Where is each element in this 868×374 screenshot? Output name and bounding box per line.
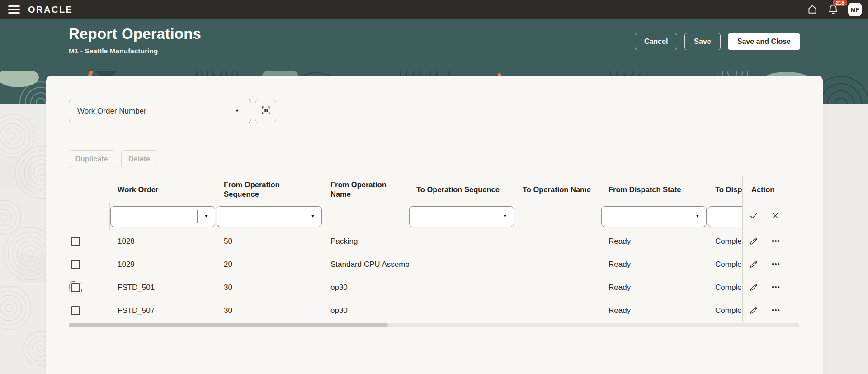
notification-count-badge: 218 <box>833 0 847 6</box>
scrollbar-thumb[interactable] <box>69 323 388 327</box>
pencil-icon <box>749 259 759 270</box>
edit-row-button[interactable] <box>749 305 759 317</box>
row-checkbox[interactable] <box>71 283 80 292</box>
cell-from-dispatch: Ready <box>601 230 708 253</box>
cell-to-op-seq <box>409 230 515 253</box>
cell-to-op-name <box>515 230 601 253</box>
table-row: FSTD_501 30 op30 Ready Comple <box>69 276 799 299</box>
cell-work-order: 1028 <box>110 230 216 253</box>
check-icon <box>749 211 759 222</box>
pencil-icon <box>749 305 759 317</box>
content-card: Work Order Number ▼ Duplicate Delete Wor… <box>46 76 823 374</box>
confirm-row-button[interactable] <box>749 211 759 222</box>
cell-to-op-name <box>515 276 601 299</box>
cell-from-dispatch: Ready <box>601 253 708 276</box>
home-icon <box>807 3 818 16</box>
cell-from-op-seq: 50 <box>216 230 323 253</box>
table-row: FSTD_507 30 op30 Ready Comple <box>69 299 799 322</box>
edit-row-button[interactable] <box>749 259 759 270</box>
cell-to-dispatch: Comple <box>708 299 742 322</box>
cell-work-order: 1029 <box>110 253 216 276</box>
chevron-down-icon: ▼ <box>235 109 239 113</box>
header-work-order: Work Order <box>110 176 216 203</box>
cell-to-op-name <box>515 253 601 276</box>
notifications-button[interactable]: 218 <box>827 3 839 16</box>
cell-to-dispatch: Comple <box>708 276 742 299</box>
cell-to-dispatch: Comple <box>708 230 742 253</box>
cell-from-op-seq: 20 <box>216 253 323 276</box>
from-dispatch-filter-dropdown[interactable]: ▼ <box>601 206 707 227</box>
ellipsis-icon <box>770 236 781 247</box>
to-dispatch-filter-dropdown[interactable] <box>708 206 742 227</box>
header-to-op-name: To Operation Name <box>515 176 601 203</box>
pencil-icon <box>749 282 759 294</box>
top-app-bar: ORACLE 218 MF <box>0 0 868 19</box>
header-action: Action <box>742 176 799 203</box>
close-icon <box>770 211 780 222</box>
to-op-seq-filter-dropdown[interactable]: ▼ <box>409 206 514 227</box>
page-subtitle: M1 - Seattle Manufacturing <box>69 47 158 55</box>
chevron-down-icon: ▼ <box>311 214 315 218</box>
from-op-seq-filter-dropdown[interactable]: ▼ <box>217 206 322 227</box>
delete-button[interactable]: Delete <box>121 150 157 168</box>
edit-row-button[interactable] <box>749 236 759 247</box>
save-and-close-button[interactable]: Save and Close <box>728 33 800 50</box>
row-menu-button[interactable] <box>770 236 781 247</box>
work-order-number-label: Work Order Number <box>77 107 235 116</box>
horizontal-scrollbar[interactable] <box>69 323 799 327</box>
header-actions: Cancel Save Save and Close <box>635 33 800 50</box>
cell-from-op-name: op30 <box>323 299 409 322</box>
pencil-icon <box>749 236 759 247</box>
save-button[interactable]: Save <box>684 33 720 50</box>
cell-from-op-name: op30 <box>323 276 409 299</box>
header-select <box>69 176 110 203</box>
page-title: Report Operations <box>69 25 201 43</box>
work-order-filter-input[interactable]: ▼ <box>110 206 215 227</box>
home-button[interactable] <box>807 3 818 16</box>
pinned-column-divider <box>742 176 743 322</box>
user-avatar[interactable]: MF <box>848 3 862 16</box>
header-to-op-seq: To Operation Sequence <box>409 176 515 203</box>
cell-from-op-name: Standard CPU Assemb <box>323 253 409 276</box>
cell-to-dispatch: Comple <box>708 253 742 276</box>
table-row: 1028 50 Packing Ready Comple <box>69 230 799 253</box>
operations-table: Work Order From Operation Sequence From … <box>69 176 799 335</box>
cell-work-order: FSTD_507 <box>110 299 216 322</box>
barcode-scan-button[interactable] <box>255 99 276 123</box>
row-menu-button[interactable] <box>770 259 781 270</box>
cancel-row-button[interactable] <box>770 211 780 222</box>
header-from-dispatch-state: From Dispatch State <box>601 176 708 203</box>
header-from-op-name: From Operation Name <box>323 176 409 203</box>
row-menu-button[interactable] <box>770 282 781 294</box>
work-order-number-combobox[interactable]: Work Order Number ▼ <box>69 99 251 123</box>
cell-from-op-seq: 30 <box>216 276 323 299</box>
cell-to-op-seq <box>409 253 515 276</box>
ellipsis-icon <box>770 305 781 317</box>
table-filter-row: ▼ ▼ ▼ <box>69 203 799 230</box>
cell-from-op-seq: 30 <box>216 299 323 322</box>
row-menu-button[interactable] <box>770 305 781 317</box>
topbar-right-group: 218 MF <box>807 0 862 19</box>
row-checkbox[interactable] <box>71 237 80 246</box>
hamburger-menu-icon[interactable] <box>8 5 20 14</box>
barcode-scan-icon <box>260 104 272 118</box>
cell-work-order: FSTD_501 <box>110 276 216 299</box>
row-checkbox[interactable] <box>71 260 80 269</box>
cell-to-op-seq <box>409 276 515 299</box>
edit-row-button[interactable] <box>749 282 759 294</box>
oracle-logo: ORACLE <box>28 5 73 15</box>
cell-to-op-name <box>515 299 601 322</box>
ellipsis-icon <box>770 259 781 270</box>
duplicate-button[interactable]: Duplicate <box>69 150 114 168</box>
table-row: 1029 20 Standard CPU Assemb Ready Comple <box>69 253 799 276</box>
cell-from-op-name: Packing <box>323 230 409 253</box>
page-header: Report Operations M1 - Seattle Manufactu… <box>0 19 868 71</box>
report-operations-page: ORACLE 218 MF Report Operations M1 - Sea… <box>0 0 868 374</box>
background-pattern <box>0 104 46 374</box>
cancel-button[interactable]: Cancel <box>635 33 677 50</box>
row-checkbox[interactable] <box>71 306 80 315</box>
cell-from-dispatch: Ready <box>601 299 708 322</box>
ellipsis-icon <box>770 282 781 294</box>
cell-from-dispatch: Ready <box>601 276 708 299</box>
chevron-down-icon: ▼ <box>503 214 507 218</box>
